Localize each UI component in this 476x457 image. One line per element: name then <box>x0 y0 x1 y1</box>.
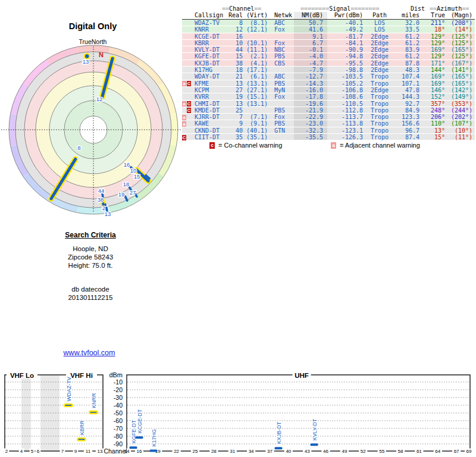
cell-virtual-channel <box>243 33 269 39</box>
svg-text:9: 9 <box>74 449 77 454</box>
svg-text:-30: -30 <box>114 394 123 401</box>
warning-slot-empty <box>182 68 186 73</box>
warning-slot-empty <box>187 54 191 60</box>
signal-bar-wdaz-tv: WDAZ-TV <box>65 377 73 406</box>
cell-distance: 87.4 <box>394 134 422 140</box>
warning-markers <box>182 93 192 99</box>
warning-markers <box>182 20 192 26</box>
cell-azimuth-true: 129° <box>422 53 445 59</box>
cell-azimuth-magnetic: (167°) <box>445 60 475 66</box>
cell-virtual-channel: (2.1) <box>243 53 269 59</box>
cell-azimuth-true: 171° <box>422 60 445 66</box>
warning-markers <box>182 46 192 52</box>
cell-azimuth-true: 146° <box>422 87 445 93</box>
cell-azimuth-magnetic: (202°) <box>445 114 475 120</box>
warning-legend: c = Co-channel warning a = Adjacent chan… <box>0 142 476 150</box>
cell-noise-margin: 9.1 <box>294 33 327 39</box>
table-row: aCCHMI-DT13(13.1)-19.6-110.5Tropo92.7357… <box>182 101 475 107</box>
warning-markers <box>182 73 192 79</box>
cell-azimuth-true: 144° <box>422 67 445 73</box>
svg-text:-90: -90 <box>114 440 123 447</box>
cell-azimuth-magnetic: (208°) <box>445 20 475 26</box>
svg-text:61: 61 <box>416 449 422 454</box>
cell-callsign: KMDE-DT <box>192 107 227 113</box>
cell-virtual-channel: (10.1) <box>243 40 269 46</box>
cell-real-channel: 25 <box>227 107 243 113</box>
cell-distance: 32.0 <box>394 20 422 26</box>
cell-path: 2Edge <box>365 60 394 66</box>
table-row: WDAY-DT21(6.1)ABC-12.7-103.5Tropo107.416… <box>182 73 475 80</box>
svg-text:55: 55 <box>379 449 384 454</box>
true-north-label: TrueNorth <box>0 38 186 45</box>
bar-callsign-label: KVLY-DT <box>312 418 318 440</box>
cell-path: Tropo <box>365 73 394 79</box>
col-magn: (Magn) <box>445 12 475 19</box>
cell-path: Tropo <box>365 101 394 107</box>
cell-noise-margin: -21.9 <box>294 107 327 113</box>
cell-virtual-channel: (9.1) <box>243 120 269 126</box>
cell-power: -106.8 <box>327 87 365 93</box>
cell-azimuth-magnetic: (11°) <box>445 134 475 140</box>
radar-marker-label: 18 <box>123 181 130 187</box>
tvfool-link[interactable]: www.tvfool.com <box>45 349 134 357</box>
warning-slot-empty <box>182 21 186 26</box>
cell-azimuth-true: 129° <box>422 33 445 39</box>
cell-callsign: KFME <box>192 80 227 86</box>
warning-markers: a <box>182 120 192 126</box>
cell-real-channel: 18 <box>227 67 243 73</box>
table-group-header: ==Channel==========Signal========Dist==A… <box>182 5 475 12</box>
cell-azimuth-true: 18° <box>422 26 445 32</box>
cell-azimuth-true: 206° <box>422 114 445 120</box>
cell-power: -110.5 <box>327 101 365 107</box>
cell-real-channel: 35 <box>227 134 243 140</box>
cell-virtual-channel: (13.1) <box>243 80 269 86</box>
datecode-value: 201301112215 <box>19 293 162 302</box>
svg-text:64: 64 <box>435 449 440 454</box>
radar-marker-label: 15 <box>134 173 140 180</box>
cell-callsign: KJRR-DT <box>192 114 227 120</box>
cell-distance: 83.9 <box>394 46 422 52</box>
col-true: True <box>422 12 445 19</box>
cell-noise-margin: 6.7 <box>294 40 327 46</box>
north-label: N <box>99 51 104 58</box>
cell-distance: 61.2 <box>394 33 422 39</box>
cell-network: Fox <box>269 26 294 32</box>
signal-bar-kvly-dt: KVLY-DT <box>311 418 318 446</box>
warning-slot-empty <box>182 74 186 80</box>
cell-network: PBS <box>269 53 294 59</box>
warning-slot-empty <box>187 95 191 100</box>
warning-slot-empty <box>187 48 191 53</box>
cell-azimuth-true: 248° <box>422 107 445 113</box>
cell-azimuth-true: 211° <box>422 20 445 26</box>
adjacent-channel-warning-badge: a <box>182 121 186 127</box>
cell-azimuth-magnetic: (107°) <box>445 120 475 126</box>
warning-markers <box>182 127 192 133</box>
cell-distance: 87.8 <box>394 60 422 66</box>
cell-callsign: KNRR <box>192 26 227 32</box>
cell-network: Fox <box>269 40 294 46</box>
svg-text:-40: -40 <box>114 402 123 409</box>
cell-virtual-channel <box>243 107 269 113</box>
column-group-label: ========Signal======== <box>300 5 379 12</box>
cell-path: 2Edge <box>365 53 394 59</box>
svg-text:43: 43 <box>305 449 310 454</box>
svg-text:22: 22 <box>174 449 179 454</box>
column-group-label: ==Channel== <box>222 5 261 12</box>
cell-virtual-channel: (7.1) <box>243 114 269 120</box>
cell-distance: 96.7 <box>394 127 422 133</box>
cell-network: Fox <box>269 114 294 120</box>
svg-text:46: 46 <box>323 449 328 454</box>
warning-markers: a <box>182 114 192 120</box>
cell-virtual-channel: (6.1) <box>243 73 269 79</box>
svg-text:-10: -10 <box>114 378 123 386</box>
table-row: CKMDE-DT25PBS-21.9-112.8Tropo84.9248°(24… <box>182 107 475 114</box>
cell-path: Tropo <box>365 134 394 140</box>
cell-network <box>269 134 294 140</box>
bar-callsign-label: KXJB-DT <box>276 421 282 444</box>
column-group-label: ==Azimuth== <box>430 5 469 12</box>
cell-power: -123.1 <box>327 127 365 133</box>
cell-distance: 92.7 <box>394 101 422 107</box>
cell-path: Tropo <box>365 114 394 120</box>
svg-text:-20: -20 <box>114 386 123 393</box>
cell-azimuth-magnetic: (125°) <box>445 40 475 46</box>
